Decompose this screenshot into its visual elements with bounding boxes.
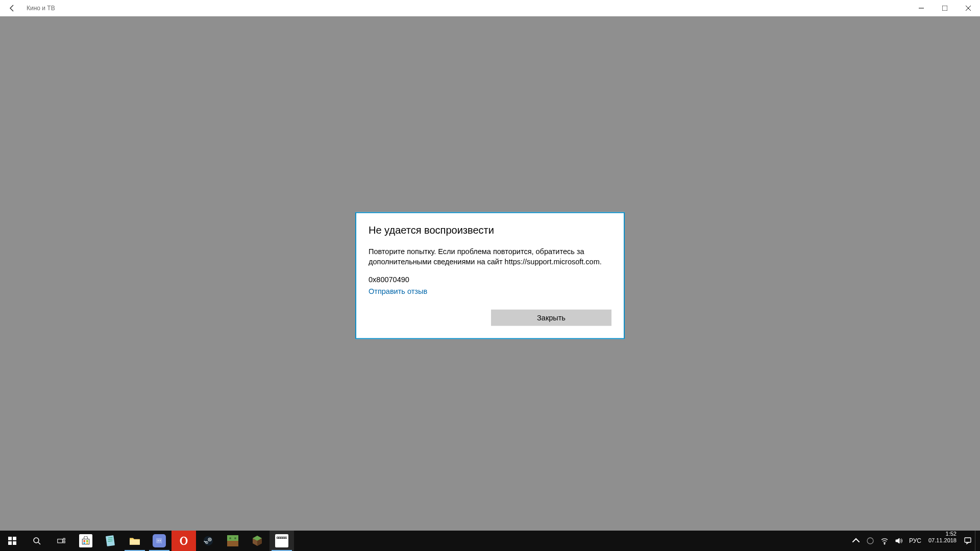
svg-rect-15 — [86, 540, 88, 542]
maximize-button[interactable] — [933, 0, 957, 16]
search-button[interactable] — [24, 531, 49, 551]
taskbar-app-file-explorer[interactable] — [122, 531, 147, 551]
svg-rect-17 — [86, 542, 88, 543]
taskbar-apps — [74, 531, 294, 551]
clock-time: 1:52 — [946, 531, 957, 537]
tray-overflow-icon[interactable] — [849, 531, 863, 551]
taskbar-app-minecraft-launcher[interactable] — [245, 531, 270, 551]
svg-rect-13 — [82, 539, 89, 544]
task-view-button[interactable] — [49, 531, 74, 551]
svg-line-9 — [38, 542, 40, 544]
svg-point-25 — [204, 536, 213, 545]
clock-date: 07.11.2018 — [928, 537, 957, 544]
start-button[interactable] — [0, 531, 24, 551]
taskbar-app-notepad[interactable] — [98, 531, 122, 551]
taskbar-system-buttons — [0, 531, 74, 551]
svg-rect-1 — [942, 6, 947, 11]
svg-rect-10 — [58, 539, 63, 543]
window-controls — [910, 0, 980, 16]
taskbar-app-movies-tv[interactable] — [270, 531, 294, 551]
action-center-icon[interactable] — [961, 531, 975, 551]
taskbar: РУС 1:52 07.11.2018 — [0, 531, 980, 551]
error-dialog: Не удается воспроизвести Повторите попыт… — [355, 212, 625, 339]
dialog-title: Не удается воспроизвести — [369, 224, 611, 236]
back-button[interactable] — [0, 0, 24, 16]
system-tray: РУС 1:52 07.11.2018 — [849, 531, 980, 551]
taskbar-app-steam[interactable] — [196, 531, 220, 551]
svg-rect-16 — [84, 542, 85, 543]
dialog-actions: Закрыть — [369, 309, 611, 325]
volume-icon[interactable] — [892, 531, 906, 551]
svg-point-24 — [182, 537, 186, 544]
svg-point-8 — [34, 538, 39, 543]
svg-rect-30 — [227, 535, 238, 541]
input-language[interactable]: РУС — [906, 531, 924, 551]
svg-rect-11 — [63, 538, 65, 540]
minimize-button[interactable] — [910, 0, 933, 16]
taskbar-app-microsoft-store[interactable] — [74, 531, 98, 551]
svg-rect-33 — [234, 537, 236, 539]
taskbar-app-opera[interactable] — [172, 531, 196, 551]
clock[interactable]: 1:52 07.11.2018 — [924, 531, 961, 551]
taskbar-app-minecraft[interactable] — [220, 531, 245, 551]
titlebar: Кино и ТВ — [0, 0, 980, 16]
dialog-error-code: 0x80070490 — [369, 275, 611, 283]
svg-rect-47 — [965, 538, 971, 542]
dialog-message: Повторите попытку. Если проблема повтори… — [369, 246, 611, 267]
movies-tv-app-window: Кино и ТВ Не удается воспроизвести Повто… — [0, 0, 980, 535]
show-desktop-button[interactable] — [975, 531, 978, 551]
svg-point-45 — [884, 543, 885, 544]
svg-rect-31 — [227, 541, 238, 546]
app-content: Не удается воспроизвести Повторите попыт… — [0, 16, 980, 535]
svg-rect-12 — [63, 541, 65, 543]
svg-rect-32 — [229, 537, 231, 539]
app-title: Кино и ТВ — [27, 5, 55, 12]
taskbar-app-discord[interactable] — [147, 531, 172, 551]
tray-app-icon[interactable] — [863, 531, 877, 551]
wifi-icon[interactable] — [877, 531, 892, 551]
close-button[interactable] — [957, 0, 980, 16]
svg-rect-7 — [13, 541, 16, 545]
send-feedback-link[interactable]: Отправить отзыв — [369, 287, 427, 295]
svg-marker-46 — [896, 538, 899, 543]
svg-rect-14 — [84, 540, 85, 542]
svg-point-27 — [209, 539, 211, 540]
svg-rect-5 — [13, 537, 16, 540]
svg-rect-4 — [8, 537, 12, 540]
svg-point-44 — [867, 538, 873, 544]
svg-rect-22 — [130, 540, 140, 545]
dialog-close-button[interactable]: Закрыть — [491, 309, 611, 325]
svg-rect-6 — [8, 541, 12, 545]
